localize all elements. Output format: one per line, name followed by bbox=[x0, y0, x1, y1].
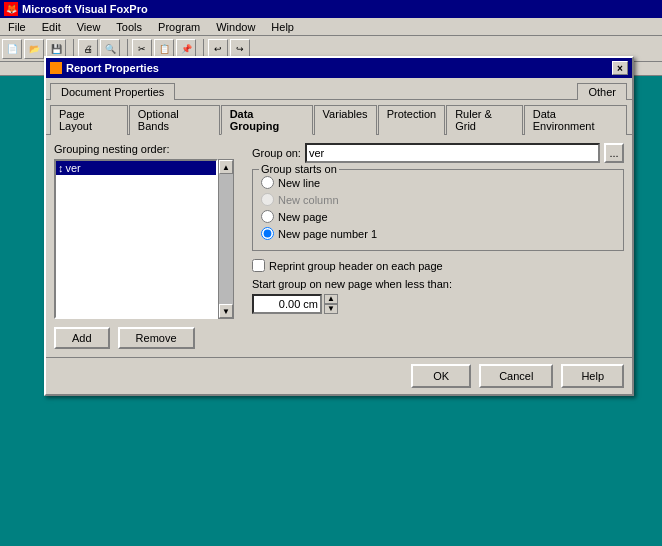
radio-new-page-number-1: New page number 1 bbox=[261, 227, 615, 240]
radio-new-column: New column bbox=[261, 193, 615, 206]
report-properties-dialog: Report Properties × Document Properties … bbox=[44, 56, 634, 396]
app-title: Microsoft Visual FoxPro bbox=[22, 3, 148, 15]
ok-button[interactable]: OK bbox=[411, 364, 471, 388]
grouping-label: Grouping nesting order: bbox=[54, 143, 244, 155]
group-starts-on-box: Group starts on New line New column New … bbox=[252, 169, 624, 251]
radio-new-page: New page bbox=[261, 210, 615, 223]
reprint-label: Reprint group header on each page bbox=[269, 260, 443, 272]
dialog-footer: OK Cancel Help bbox=[46, 357, 632, 394]
scroll-up[interactable]: ▲ bbox=[219, 160, 233, 174]
second-tab-strip: Page Layout Optional Bands Data Grouping… bbox=[46, 100, 632, 135]
start-group-label: Start group on new page when less than: bbox=[252, 278, 624, 290]
tab-data-grouping[interactable]: Data Grouping bbox=[221, 105, 313, 135]
tab-document-properties[interactable]: Document Properties bbox=[50, 83, 175, 100]
dialog-close-button[interactable]: × bbox=[612, 61, 628, 75]
tb-open[interactable]: 📂 bbox=[24, 39, 44, 59]
tab-optional-bands[interactable]: Optional Bands bbox=[129, 105, 220, 135]
grouping-list[interactable]: ↕ ver bbox=[54, 159, 218, 319]
reprint-checkbox[interactable] bbox=[252, 259, 265, 272]
remove-button[interactable]: Remove bbox=[118, 327, 195, 349]
add-button[interactable]: Add bbox=[54, 327, 110, 349]
app-titlebar: 🦊 Microsoft Visual FoxPro bbox=[0, 0, 662, 18]
cancel-button[interactable]: Cancel bbox=[479, 364, 553, 388]
app-icon: 🦊 bbox=[4, 2, 18, 16]
radio-new-column-input bbox=[261, 193, 274, 206]
tab-variables[interactable]: Variables bbox=[314, 105, 377, 135]
radio-new-line: New line bbox=[261, 176, 615, 189]
tab-other[interactable]: Other bbox=[577, 83, 627, 100]
reprint-row: Reprint group header on each page bbox=[252, 259, 624, 272]
list-scrollbar: ▲ ▼ bbox=[218, 159, 234, 319]
menu-file[interactable]: File bbox=[4, 20, 30, 34]
list-item[interactable]: ↕ ver bbox=[56, 161, 216, 175]
list-box-wrapper: ↕ ver ▲ ▼ bbox=[54, 159, 244, 319]
menu-view[interactable]: View bbox=[73, 20, 105, 34]
spinner-input[interactable] bbox=[252, 294, 322, 314]
menu-edit[interactable]: Edit bbox=[38, 20, 65, 34]
spin-down-button[interactable]: ▼ bbox=[324, 304, 338, 314]
group-on-row: Group on: ... bbox=[252, 143, 624, 163]
spinner-row: ▲ ▼ bbox=[252, 294, 624, 314]
dialog-title: Report Properties bbox=[66, 62, 159, 74]
group-starts-legend: Group starts on bbox=[259, 163, 339, 175]
menu-program[interactable]: Program bbox=[154, 20, 204, 34]
dialog-titlebar: Report Properties × bbox=[46, 58, 632, 78]
spin-up-button[interactable]: ▲ bbox=[324, 294, 338, 304]
list-buttons: Add Remove bbox=[54, 327, 244, 349]
tb-new[interactable]: 📄 bbox=[2, 39, 22, 59]
radio-new-page-number-1-label: New page number 1 bbox=[278, 228, 377, 240]
tab-ruler-grid[interactable]: Ruler & Grid bbox=[446, 105, 523, 135]
app-menu: File Edit View Tools Program Window Help bbox=[0, 18, 662, 36]
sort-icon: ↕ bbox=[58, 162, 64, 174]
tab-page-layout[interactable]: Page Layout bbox=[50, 105, 128, 135]
radio-new-page-number-1-input[interactable] bbox=[261, 227, 274, 240]
radio-new-line-label: New line bbox=[278, 177, 320, 189]
group-on-input[interactable] bbox=[305, 143, 600, 163]
browse-button[interactable]: ... bbox=[604, 143, 624, 163]
tab-data-environment[interactable]: Data Environment bbox=[524, 105, 627, 135]
spinner-buttons: ▲ ▼ bbox=[324, 294, 338, 314]
group-settings-section: Group on: ... Group starts on New line N… bbox=[252, 143, 624, 349]
radio-new-column-label: New column bbox=[278, 194, 339, 206]
menu-tools[interactable]: Tools bbox=[112, 20, 146, 34]
list-item-label: ver bbox=[66, 162, 81, 174]
menu-window[interactable]: Window bbox=[212, 20, 259, 34]
scroll-down[interactable]: ▼ bbox=[219, 304, 233, 318]
tab-protection[interactable]: Protection bbox=[378, 105, 446, 135]
menu-help[interactable]: Help bbox=[267, 20, 298, 34]
help-button[interactable]: Help bbox=[561, 364, 624, 388]
radio-new-line-input[interactable] bbox=[261, 176, 274, 189]
dialog-body: Grouping nesting order: ↕ ver ▲ ▼ Add Re… bbox=[46, 135, 632, 357]
dialog-icon bbox=[50, 62, 62, 74]
grouping-section: Grouping nesting order: ↕ ver ▲ ▼ Add Re… bbox=[54, 143, 244, 349]
group-on-label: Group on: bbox=[252, 147, 301, 159]
top-tab-strip: Document Properties Other bbox=[46, 78, 632, 100]
radio-new-page-label: New page bbox=[278, 211, 328, 223]
scroll-track bbox=[219, 174, 233, 304]
radio-new-page-input[interactable] bbox=[261, 210, 274, 223]
